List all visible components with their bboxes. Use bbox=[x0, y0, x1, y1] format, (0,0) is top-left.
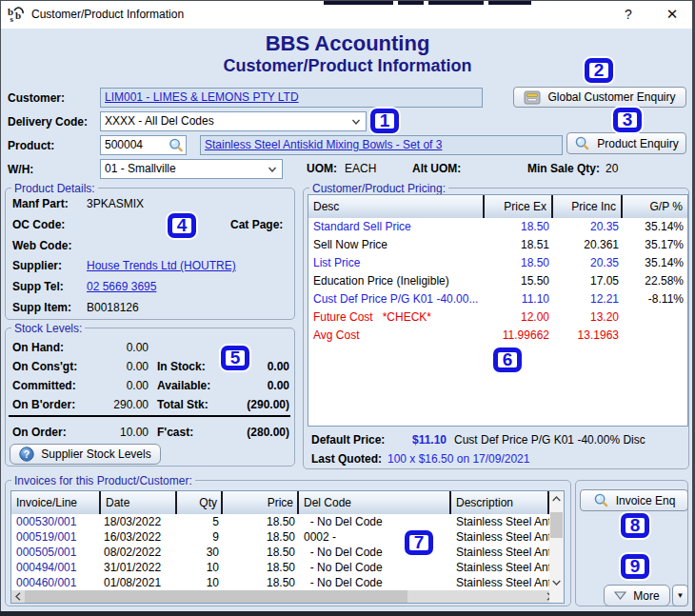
invoices-col-header[interactable]: Date bbox=[101, 491, 177, 514]
pricing-group: Customer/Product Pricing: DescPrice ExPr… bbox=[303, 188, 689, 469]
on-hand-value: 0.00 bbox=[63, 341, 149, 354]
vertical-scrollbar[interactable] bbox=[549, 491, 564, 590]
on-order-label: On Order: bbox=[12, 426, 67, 439]
horizontal-scroll-thumb[interactable] bbox=[25, 590, 407, 603]
last-quoted-value: 100 x $16.50 on 17/09/2021 bbox=[387, 452, 529, 466]
delivery-code-label: Delivery Code: bbox=[8, 115, 88, 129]
pricing-col-header[interactable]: G/P % bbox=[623, 195, 687, 218]
close-button[interactable]: ✕ bbox=[651, 0, 693, 29]
invoices-col-header[interactable]: Del Code bbox=[299, 491, 451, 514]
uom-label: UOM: bbox=[307, 162, 337, 175]
last-quoted-label: Last Quoted: bbox=[311, 452, 382, 466]
invoice-cell: 18.50 bbox=[223, 514, 299, 529]
supplier-stock-levels-button[interactable]: ? Supplier Stock Levels bbox=[10, 444, 161, 465]
warehouse-value: 01 - Smallville bbox=[105, 162, 176, 175]
supp-tel-label: Supp Tel: bbox=[12, 280, 64, 293]
pricing-row[interactable]: Future Cost *CHECK*12.0013.20 bbox=[308, 308, 687, 327]
invoice-row[interactable]: 000505/00108/02/20223018.50 - No Del Cod… bbox=[11, 545, 549, 560]
invoice-cell: 000460/001 bbox=[11, 575, 101, 590]
pricing-col-header[interactable]: Price Inc bbox=[553, 195, 623, 218]
scroll-up-icon[interactable] bbox=[549, 491, 564, 507]
horizontal-scrollbar[interactable] bbox=[11, 590, 556, 603]
supp-tel-link[interactable]: 02 5669 3695 bbox=[87, 280, 156, 293]
pricing-cell: Education Price (Ineligible) bbox=[308, 272, 485, 290]
magnifier-icon bbox=[593, 492, 609, 508]
pricing-cell: 35.14% bbox=[623, 254, 687, 272]
more-button[interactable]: More bbox=[604, 585, 670, 606]
pricing-cell: 20.361 bbox=[553, 236, 623, 254]
on-consgt-value: 0.00 bbox=[63, 360, 149, 373]
pricing-row[interactable]: Sell Now Price18.5120.36135.17% bbox=[308, 236, 687, 254]
pricing-row[interactable]: List Price18.5020.3535.14% bbox=[308, 254, 687, 272]
help-button[interactable]: ? bbox=[607, 0, 649, 29]
invoices-col-header[interactable]: Qty bbox=[177, 491, 223, 514]
invoice-enquiry-button[interactable]: Invoice Enq bbox=[580, 489, 688, 511]
pricing-cell: Avg Cost bbox=[308, 327, 485, 345]
pricing-cell: Future Cost *CHECK* bbox=[308, 308, 485, 327]
pricing-row[interactable]: Education Price (Ineligible)15.5017.0522… bbox=[308, 272, 687, 290]
invoice-cell: 5 bbox=[177, 514, 223, 529]
invoice-cell: Stainless Steel Antiskid Mixing Bowls - … bbox=[451, 575, 549, 590]
product-search-icon[interactable] bbox=[168, 137, 185, 153]
global-customer-enquiry-label: Global Customer Enquiry bbox=[547, 90, 675, 104]
invoice-cell: Stainless Steel Antiskid Mixing Bowls - … bbox=[451, 545, 549, 560]
pricing-row[interactable]: Standard Sell Price18.5020.3535.14% bbox=[308, 218, 687, 236]
on-border-value: 290.00 bbox=[63, 398, 149, 411]
available-value: 0.00 bbox=[196, 379, 289, 392]
product-label: Product: bbox=[8, 139, 54, 152]
delivery-code-select[interactable]: XXXX - All Del Codes bbox=[100, 111, 367, 131]
invoice-row[interactable]: 000519/00116/03/2022918.500002 -Stainles… bbox=[11, 529, 549, 545]
invoice-cell: - No Del Code bbox=[299, 575, 451, 590]
global-customer-enquiry-button[interactable]: Global Customer Enquiry bbox=[513, 87, 686, 108]
on-order-value: 10.00 bbox=[63, 426, 149, 439]
pricing-cell bbox=[623, 308, 687, 327]
window-border-bottom[interactable] bbox=[0, 611, 695, 616]
invoice-row[interactable]: 000494/00131/01/20221018.50 - No Del Cod… bbox=[11, 560, 549, 575]
invoice-cell: 18.50 bbox=[223, 545, 299, 560]
chevron-down-icon[interactable] bbox=[349, 115, 363, 129]
default-price-note: Cust Def Price P/G K01 -40.00% Disc bbox=[454, 433, 645, 447]
pricing-row[interactable]: Avg Cost11.9966213.1963 bbox=[308, 327, 687, 345]
callout-1: 1 bbox=[370, 109, 399, 133]
pricing-col-header[interactable]: Price Ex bbox=[485, 195, 553, 218]
pricing-cell: 11.99662 bbox=[485, 327, 553, 345]
product-description-field[interactable]: Stainless Steel Antiskid Mixing Bowls - … bbox=[200, 135, 563, 155]
vertical-scroll-thumb[interactable] bbox=[550, 512, 563, 538]
customer-label: Customer: bbox=[8, 91, 65, 105]
invoice-row[interactable]: 000460/00101/08/20211018.50 - No Del Cod… bbox=[11, 575, 549, 590]
customer-field[interactable]: LIM001 - LIMES & LEMONS PTY LTD bbox=[100, 88, 483, 108]
callout-7: 7 bbox=[405, 530, 433, 555]
stock-levels-title: Stock Levels: bbox=[11, 322, 85, 335]
pricing-col-header[interactable]: Desc bbox=[308, 195, 485, 218]
invoice-row[interactable]: 000530/00118/03/2022518.50 - No Del Code… bbox=[11, 514, 549, 529]
pricing-cell: 15.50 bbox=[485, 272, 553, 290]
product-code-value: 500004 bbox=[105, 138, 143, 151]
scroll-left-icon[interactable] bbox=[11, 590, 25, 603]
invoice-cell: - No Del Code bbox=[299, 560, 451, 575]
scroll-down-icon[interactable] bbox=[549, 575, 564, 590]
callout-4: 4 bbox=[168, 213, 196, 238]
on-hand-label: On Hand: bbox=[12, 341, 64, 354]
product-description-link[interactable]: Stainless Steel Antiskid Mixing Bowls - … bbox=[205, 138, 442, 151]
pricing-row[interactable]: Cust Def Price P/G K01 -40.00...11.1012.… bbox=[308, 290, 687, 308]
supplier-link[interactable]: House Trends Ltd (HOUTRE) bbox=[87, 259, 236, 272]
pricing-cell: 13.20 bbox=[553, 308, 623, 327]
delivery-code-value: XXXX - All Del Codes bbox=[105, 114, 214, 128]
invoices-col-header[interactable]: Description bbox=[451, 491, 549, 514]
supplier-label: Supplier: bbox=[12, 259, 62, 272]
customer-link[interactable]: LIM001 - LIMES & LEMONS PTY LTD bbox=[105, 90, 299, 104]
bbs-app-icon: b s b bbox=[8, 5, 26, 23]
invoice-cell: 18.50 bbox=[223, 560, 299, 575]
product-enquiry-button[interactable]: Product Enquiry bbox=[566, 132, 686, 154]
invoice-cell: 16/03/2022 bbox=[101, 529, 177, 545]
invoices-col-header[interactable]: Price bbox=[223, 491, 299, 514]
invoices-table-header: Invoice/LineDateQtyPriceDel CodeDescript… bbox=[11, 491, 549, 514]
invoices-col-header[interactable]: Invoice/Line bbox=[11, 491, 101, 514]
product-code-input[interactable]: 500004 bbox=[100, 135, 187, 155]
chevron-down-icon[interactable] bbox=[266, 163, 279, 176]
warehouse-select[interactable]: 01 - Smallville bbox=[100, 159, 283, 179]
alt-uom-label: Alt UOM: bbox=[412, 162, 461, 175]
pricing-cell: Standard Sell Price bbox=[308, 218, 485, 236]
more-dropdown-button[interactable]: ▼ bbox=[672, 585, 688, 606]
window-title: Customer/Product Information bbox=[31, 0, 184, 29]
